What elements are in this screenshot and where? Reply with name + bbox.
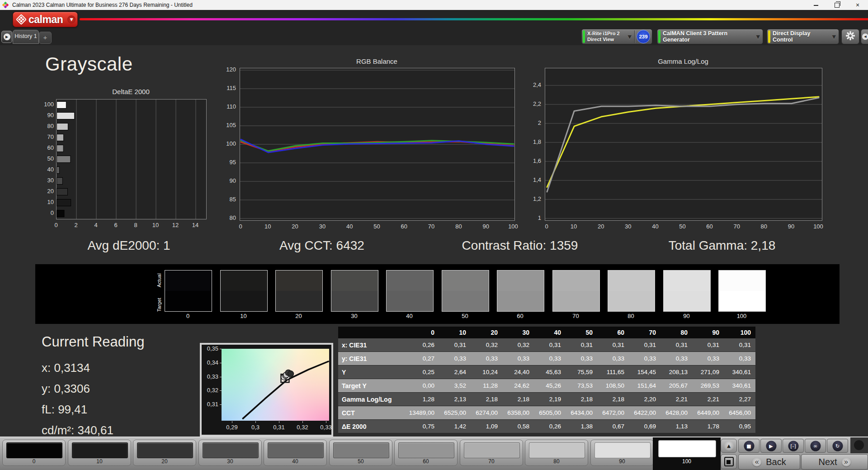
deltae-bar-60 <box>57 145 64 152</box>
sidebar-expand-button[interactable]: ▶ <box>1 31 12 43</box>
pattern-swatch <box>268 442 324 458</box>
pattern-generator-dropdown[interactable]: CalMAN Client 3 Pattern Generator ▼ <box>657 29 763 44</box>
rgb-xtick-label: 0 <box>234 223 247 230</box>
pattern-level-button-20[interactable]: 20 <box>133 440 196 466</box>
table-cell: 24,40 <box>502 366 534 379</box>
deltae-bar-20 <box>57 189 68 195</box>
gamma-plot-area <box>545 68 822 221</box>
table-header-cell <box>338 327 407 338</box>
table-cell: 0,31 <box>724 338 755 352</box>
refresh-icon: ↻ <box>832 441 843 451</box>
collapse-panel-button[interactable]: ◀ <box>861 29 868 44</box>
pattern-level-label: 80 <box>525 458 588 465</box>
rgb-ytick-label: 90 <box>208 177 236 185</box>
pattern-level-button-80[interactable]: 80 <box>525 440 588 466</box>
table-cell: 0,33 <box>692 352 724 366</box>
close-button[interactable]: × <box>847 0 868 10</box>
grayscale-swatch <box>608 270 655 312</box>
pattern-level-button-90[interactable]: 90 <box>590 440 654 466</box>
meter-name: X-Rite i1Pro 2 <box>587 31 625 37</box>
current-reading-cdm2: cd/m²: 340,61 <box>42 423 113 437</box>
refresh-button[interactable]: ↻ <box>827 439 848 453</box>
swatch-actual <box>497 271 544 291</box>
pattern-window-toggle-button[interactable] <box>721 454 737 469</box>
deltae-xtick-label: 0 <box>51 222 61 229</box>
pattern-level-button-40[interactable]: 40 <box>264 440 327 466</box>
collapse-panel-icon: ◀ <box>862 33 868 40</box>
pattern-level-button-10[interactable]: 10 <box>68 440 131 466</box>
cie-xtick-mark <box>326 421 326 423</box>
current-reading-fl: fL: 99,41 <box>42 403 87 417</box>
cie-ytick-mark <box>220 363 222 363</box>
deltae-xtick-label: 8 <box>130 222 141 229</box>
rgb-balance-chart: RGB Balance 1201151101051009590858001020… <box>208 57 524 237</box>
pattern-level-button-30[interactable]: 30 <box>198 440 262 466</box>
swatch-level-label: 30 <box>331 313 377 319</box>
next-button[interactable]: Next » <box>801 454 868 470</box>
restore-button[interactable] <box>826 0 847 10</box>
pattern-level-button-60[interactable]: 60 <box>394 440 458 466</box>
cie-ytick-mark <box>220 349 222 349</box>
deltae-chart-title: DeltaE 2000 <box>56 88 206 95</box>
measurement-table: 0102030405060708090100x: CIE310,260,310,… <box>338 327 755 433</box>
rgb-xtick-label: 20 <box>288 223 302 230</box>
window-title: Calman 2023 Calman Ultimate for Business… <box>12 2 193 8</box>
meter-count-badge[interactable]: 239 <box>637 30 650 43</box>
pattern-window-button[interactable]: [-] <box>783 439 804 453</box>
table-cell: 1,09 <box>471 420 502 433</box>
stop-button[interactable]: ■ <box>738 439 760 453</box>
tab-history-1[interactable]: History 1 <box>13 30 39 44</box>
pattern-swatch <box>529 442 585 458</box>
calman-window-icon <box>2 2 9 8</box>
table-cell: 1,42 <box>439 420 471 433</box>
pattern-level-label: 10 <box>68 458 131 465</box>
next-button-label: Next <box>818 457 837 467</box>
cie-xtick-label: 0,3 <box>247 424 264 431</box>
table-cell: 0,69 <box>629 420 660 433</box>
display-control-dropdown[interactable]: Direct Display Control ▼ <box>767 29 839 44</box>
back-button[interactable]: « Back <box>738 454 800 470</box>
rgb-ytick-label: 105 <box>208 122 236 129</box>
swatch-actual <box>442 271 489 291</box>
deltae-ytick-label: 30 <box>38 177 54 184</box>
table-cell: 208,13 <box>660 366 692 379</box>
table-cell: 6274,00 <box>471 406 502 420</box>
caret-down-icon: ▼ <box>67 15 75 24</box>
patch-scroll-up-button[interactable]: ▲ <box>721 439 737 453</box>
table-cell: 0,33 <box>629 352 660 366</box>
table-cell: 0,31 <box>660 338 692 352</box>
stat-contrast-ratio: Contrast Ratio: 1359 <box>462 238 578 253</box>
pattern-swatch <box>658 440 716 457</box>
swatch-target <box>719 291 765 311</box>
cie-xtick-label: 0,33 <box>318 424 334 431</box>
deltae-xtick-label: 4 <box>90 222 101 229</box>
deltae-xtick-label: 2 <box>71 222 81 229</box>
table-cell: 0,33 <box>502 352 534 366</box>
pattern-level-button-100[interactable]: 100 <box>653 437 721 470</box>
pattern-level-button-70[interactable]: 70 <box>460 440 523 466</box>
settings-button[interactable] <box>841 29 859 44</box>
play-button[interactable]: ▶ <box>760 439 782 453</box>
display-control-status-bar <box>768 30 770 43</box>
gamma-xtick-label: 50 <box>676 223 689 230</box>
table-header-cell: 80 <box>660 327 692 338</box>
minimize-button[interactable] <box>806 0 826 10</box>
table-row-label: CCT <box>338 406 407 420</box>
add-tab-button[interactable]: + <box>39 32 52 44</box>
pattern-level-button-0[interactable]: 0 <box>2 440 66 466</box>
grayscale-swatch <box>552 270 600 312</box>
meter-status-bar <box>583 30 585 43</box>
gamma-xtick-label: 20 <box>594 223 608 230</box>
calman-menu-button[interactable]: calman ▼ <box>13 12 78 27</box>
continuous-measure-button[interactable]: ∞ <box>805 439 826 453</box>
table-cell: 0,26 <box>407 338 439 352</box>
table-cell: 271,09 <box>692 366 724 379</box>
rgb-xtick-label: 50 <box>370 223 384 230</box>
table-cell: 0,25 <box>407 366 439 379</box>
pattern-level-button-50[interactable]: 50 <box>329 440 392 466</box>
rgb-ytick-label: 115 <box>208 85 236 92</box>
next-chevron-icon: » <box>842 457 851 466</box>
table-header-cell: 50 <box>566 327 597 338</box>
meter-dropdown[interactable]: X-Rite i1Pro 2 Direct View ▼ 239 <box>581 29 652 44</box>
pattern-swatch <box>464 442 520 458</box>
